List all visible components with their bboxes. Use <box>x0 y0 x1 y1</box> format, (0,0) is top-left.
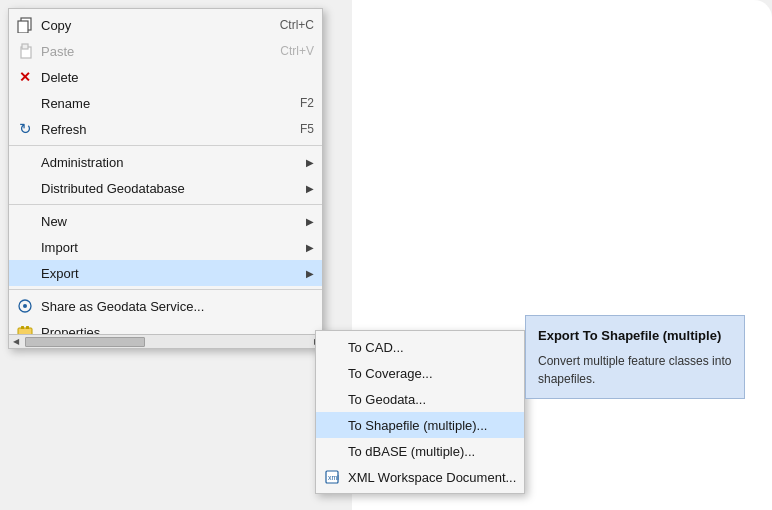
menu-item-paste[interactable]: Paste Ctrl+V <box>9 38 322 64</box>
distributed-geodatabase-arrow: ▶ <box>286 183 314 194</box>
separator-2 <box>9 204 322 205</box>
administration-icon <box>13 150 37 174</box>
refresh-label: Refresh <box>41 122 87 137</box>
scrollbar[interactable]: ◀ ▶ <box>9 334 324 348</box>
to-shapefile-icon <box>320 413 344 437</box>
copy-icon <box>13 13 37 37</box>
menu-item-administration[interactable]: Administration ▶ <box>9 149 322 175</box>
administration-label: Administration <box>41 155 123 170</box>
submenu-item-to-cad[interactable]: To CAD... <box>316 334 524 360</box>
export-label: Export <box>41 266 79 281</box>
submenu-item-to-shapefile[interactable]: To Shapefile (multiple)... <box>316 412 524 438</box>
menu-item-share[interactable]: Share as Geodata Service... <box>9 293 322 319</box>
share-label: Share as Geodata Service... <box>41 299 204 314</box>
refresh-shortcut: F5 <box>270 122 314 136</box>
export-submenu: To CAD... To Coverage... To Geodata... T… <box>315 330 525 494</box>
to-dbase-icon <box>320 439 344 463</box>
svg-rect-3 <box>22 44 28 49</box>
svg-rect-1 <box>18 21 28 33</box>
copy-shortcut: Ctrl+C <box>250 18 314 32</box>
submenu-item-to-dbase[interactable]: To dBASE (multiple)... <box>316 438 524 464</box>
rename-shortcut: F2 <box>270 96 314 110</box>
scroll-left-arrow[interactable]: ◀ <box>9 337 23 347</box>
submenu-item-xml-workspace[interactable]: xml XML Workspace Document... <box>316 464 524 490</box>
export-arrow: ▶ <box>286 268 314 279</box>
svg-point-5 <box>23 304 27 308</box>
to-geodata-icon <box>320 387 344 411</box>
import-arrow: ▶ <box>286 242 314 253</box>
administration-arrow: ▶ <box>286 157 314 168</box>
paste-shortcut: Ctrl+V <box>250 44 314 58</box>
paste-icon <box>13 39 37 63</box>
to-shapefile-label: To Shapefile (multiple)... <box>348 418 487 433</box>
import-icon <box>13 235 37 259</box>
to-dbase-label: To dBASE (multiple)... <box>348 444 475 459</box>
refresh-icon: ↻ <box>13 117 37 141</box>
svg-rect-8 <box>26 326 29 329</box>
new-arrow: ▶ <box>286 216 314 227</box>
menu-item-export[interactable]: Export ▶ <box>9 260 322 286</box>
xml-workspace-icon: xml <box>320 465 344 489</box>
menu-item-delete[interactable]: ✕ Delete <box>9 64 322 90</box>
copy-label: Copy <box>41 18 71 33</box>
context-menu: Copy Ctrl+C Paste Ctrl+V ✕ Delete Rename… <box>8 8 323 349</box>
svg-rect-7 <box>21 326 24 329</box>
tooltip-box: Export To Shapefile (multiple) Convert m… <box>525 315 745 399</box>
menu-item-copy[interactable]: Copy Ctrl+C <box>9 12 322 38</box>
menu-item-refresh[interactable]: ↻ Refresh F5 <box>9 116 322 142</box>
submenu-item-to-coverage[interactable]: To Coverage... <box>316 360 524 386</box>
paste-label: Paste <box>41 44 74 59</box>
submenu-item-to-geodata[interactable]: To Geodata... <box>316 386 524 412</box>
to-coverage-icon <box>320 361 344 385</box>
xml-workspace-label: XML Workspace Document... <box>348 470 516 485</box>
distributed-geodatabase-label: Distributed Geodatabase <box>41 181 185 196</box>
import-label: Import <box>41 240 78 255</box>
svg-text:xml: xml <box>328 474 339 481</box>
delete-icon: ✕ <box>13 65 37 89</box>
rename-icon <box>13 91 37 115</box>
to-coverage-label: To Coverage... <box>348 366 433 381</box>
scrollbar-thumb[interactable] <box>25 337 145 347</box>
separator-3 <box>9 289 322 290</box>
distributed-geodatabase-icon <box>13 176 37 200</box>
separator-1 <box>9 145 322 146</box>
to-cad-label: To CAD... <box>348 340 404 355</box>
menu-item-import[interactable]: Import ▶ <box>9 234 322 260</box>
menu-item-distributed-geodatabase[interactable]: Distributed Geodatabase ▶ <box>9 175 322 201</box>
menu-item-rename[interactable]: Rename F2 <box>9 90 322 116</box>
to-geodata-label: To Geodata... <box>348 392 426 407</box>
share-icon <box>13 294 37 318</box>
rename-label: Rename <box>41 96 90 111</box>
export-icon <box>13 261 37 285</box>
menu-item-new[interactable]: New ▶ <box>9 208 322 234</box>
to-cad-icon <box>320 335 344 359</box>
new-label: New <box>41 214 67 229</box>
tooltip-title: Export To Shapefile (multiple) <box>538 326 732 346</box>
new-icon <box>13 209 37 233</box>
delete-label: Delete <box>41 70 79 85</box>
tooltip-description: Convert multiple feature classes into sh… <box>538 352 732 388</box>
